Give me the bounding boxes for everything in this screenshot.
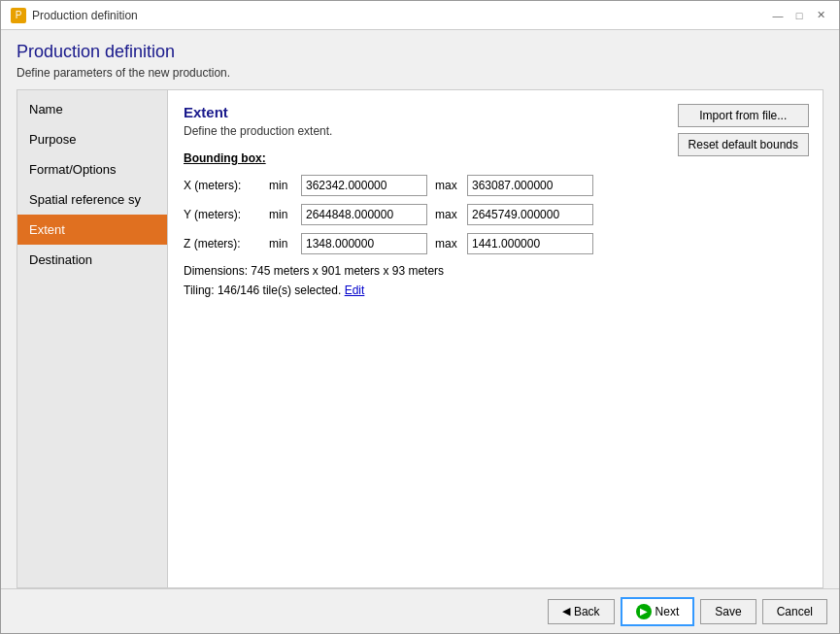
x-min-input[interactable] xyxy=(301,175,427,196)
x-max-input[interactable] xyxy=(467,175,593,196)
tiling-edit-link[interactable]: Edit xyxy=(345,284,365,297)
y-max-label: max xyxy=(435,208,459,221)
z-max-label: max xyxy=(435,237,459,250)
y-min-input[interactable] xyxy=(301,204,427,225)
right-buttons: Import from file... Reset default bounds xyxy=(678,104,809,156)
y-label: Y (meters): xyxy=(184,208,261,221)
maximize-button[interactable]: □ xyxy=(790,7,808,24)
sidebar-item-purpose[interactable]: Purpose xyxy=(17,124,167,154)
z-max-input[interactable] xyxy=(467,233,593,254)
close-button[interactable]: ✕ xyxy=(812,7,829,24)
right-panel: Extent Define the production extent. Bou… xyxy=(168,90,823,587)
sidebar-item-destination[interactable]: Destination xyxy=(17,245,167,275)
z-min-input[interactable] xyxy=(301,233,427,254)
title-bar-left: P Production definition xyxy=(11,8,138,23)
z-coord-row: Z (meters): min max xyxy=(184,233,807,254)
y-max-input[interactable] xyxy=(467,204,593,225)
sidebar: Name Purpose Format/Options Spatial refe… xyxy=(17,90,168,587)
title-bar: P Production definition — □ ✕ xyxy=(1,1,839,30)
sidebar-item-format-options[interactable]: Format/Options xyxy=(17,154,167,184)
save-button[interactable]: Save xyxy=(700,599,756,624)
x-max-label: max xyxy=(435,179,459,192)
bottom-bar: ◀ Back ▶ Next Save Cancel xyxy=(1,588,839,633)
z-min-label: min xyxy=(269,237,293,250)
x-min-label: min xyxy=(269,179,293,192)
back-label: Back xyxy=(574,605,600,618)
next-button[interactable]: ▶ Next xyxy=(621,597,695,626)
next-label: Next xyxy=(655,605,680,618)
cancel-button[interactable]: Cancel xyxy=(762,599,827,624)
title-bar-controls: — □ ✕ xyxy=(769,7,829,24)
sidebar-item-name[interactable]: Name xyxy=(17,94,167,124)
window-title: Production definition xyxy=(32,9,138,22)
main-window: P Production definition — □ ✕ Production… xyxy=(0,0,840,634)
content-area: Production definition Define parameters … xyxy=(1,30,839,588)
reset-default-bounds-button[interactable]: Reset default bounds xyxy=(678,133,809,156)
z-label: Z (meters): xyxy=(184,237,261,250)
x-label: X (meters): xyxy=(184,179,261,192)
page-title: Production definition xyxy=(17,42,823,62)
back-button[interactable]: ◀ Back xyxy=(548,599,615,624)
y-coord-row: Y (meters): min max xyxy=(184,204,807,225)
tiling-text: Tiling: 146/146 tile(s) selected. Edit xyxy=(184,284,807,297)
back-arrow-icon: ◀ xyxy=(562,605,570,617)
minimize-button[interactable]: — xyxy=(769,7,787,24)
sidebar-item-extent[interactable]: Extent xyxy=(17,215,167,245)
page-subtitle: Define parameters of the new production. xyxy=(17,66,823,80)
main-panel: Name Purpose Format/Options Spatial refe… xyxy=(17,89,823,588)
import-from-file-button[interactable]: Import from file... xyxy=(678,104,809,127)
next-icon: ▶ xyxy=(636,604,652,619)
app-icon: P xyxy=(11,8,26,23)
y-min-label: min xyxy=(269,208,293,221)
sidebar-item-spatial-reference[interactable]: Spatial reference sy xyxy=(17,184,167,215)
dimensions-text: Dimensions: 745 meters x 901 meters x 93… xyxy=(184,264,807,278)
x-coord-row: X (meters): min max xyxy=(184,175,807,196)
